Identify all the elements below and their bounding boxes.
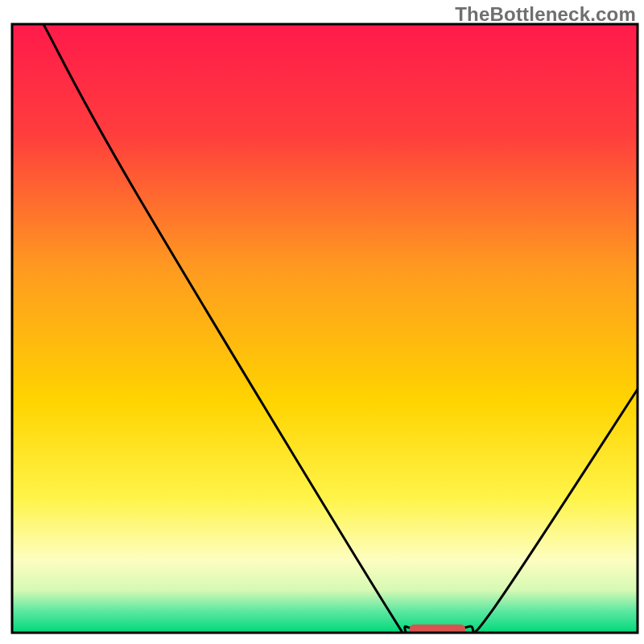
watermark-text: TheBottleneck.com	[455, 3, 636, 26]
bottleneck-chart	[0, 0, 644, 644]
gradient-background	[12, 24, 638, 633]
chart-stage: TheBottleneck.com	[0, 0, 644, 644]
